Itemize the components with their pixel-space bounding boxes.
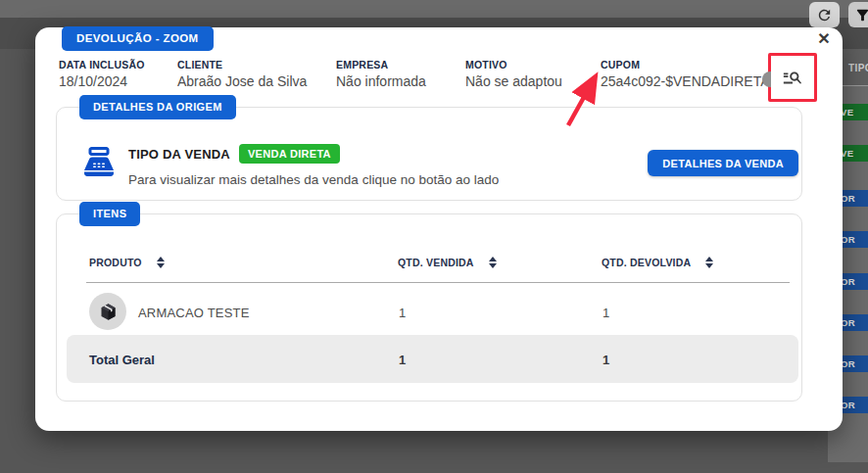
items-card-badge: ITENS <box>79 202 140 226</box>
origin-text-block: TIPO DA VENDA VENDA DIRETA Para visualiz… <box>128 144 499 187</box>
background-top-strip <box>0 0 868 18</box>
column-label: QTD. VENDIDA <box>398 257 474 268</box>
field-empresa: EMPRESA Não informada <box>336 59 426 89</box>
total-label: Total Geral <box>89 353 155 367</box>
product-name: ARMACAO TESTE <box>138 306 250 320</box>
column-label: PRODUTO <box>89 257 142 268</box>
cupom-value: 25a4c092-$VENDADIRETA1180 <box>601 73 799 89</box>
origin-hint-text: Para visualizar mais detalhes da venda c… <box>128 172 499 187</box>
column-label: QTD. DEVOLVIDA <box>602 257 691 268</box>
field-motivo: MOTIVO Não se adaptou <box>465 59 562 89</box>
field-value: 18/10/2024 <box>59 73 145 89</box>
sale-details-button[interactable]: DETALHES DA VENDA <box>648 150 798 176</box>
filter-funnel-icon <box>854 7 868 24</box>
total-row: Total Geral 1 1 <box>67 335 798 383</box>
sale-type-label: TIPO DA VENDA <box>128 147 230 162</box>
tipo-column-header: TIPO <box>848 63 868 73</box>
field-value: Abraão Jose da Silva <box>177 73 307 89</box>
field-label: CUPOM <box>601 59 799 71</box>
manage-search-icon <box>782 67 803 88</box>
sort-icon[interactable] <box>157 257 165 268</box>
total-returned-value: 1 <box>603 353 609 367</box>
field-cupom: CUPOM 25a4c092-$VENDADIRETA1180 <box>601 59 799 89</box>
sort-icon[interactable] <box>705 257 713 268</box>
qty-sold-value: 1 <box>399 306 406 320</box>
field-label: MOTIVO <box>465 59 562 71</box>
items-card: ITENS PRODUTO QTD. VENDIDA QTD. DEVOLVID… <box>56 213 802 402</box>
coupon-search-button[interactable] <box>771 56 814 99</box>
total-sold-value: 1 <box>399 353 406 367</box>
qty-returned-value: 1 <box>603 306 609 320</box>
modal-title-badge: DEVOLUÇÃO - ZOOM <box>62 26 214 51</box>
close-icon[interactable]: ✕ <box>813 28 835 50</box>
product-cube-icon <box>98 302 119 322</box>
field-cliente: CLIENTE Abraão Jose da Silva <box>177 59 307 89</box>
field-label: CLIENTE <box>177 59 307 71</box>
sort-icon[interactable] <box>489 257 497 268</box>
column-header-qtd-vendida[interactable]: QTD. VENDIDA <box>398 257 497 268</box>
field-label: EMPRESA <box>336 59 426 71</box>
filter-button[interactable] <box>848 2 868 27</box>
table-header-divider <box>86 282 790 283</box>
field-value: Não se adaptou <box>465 73 562 89</box>
devolucao-zoom-modal: DEVOLUÇÃO - ZOOM ✕ DATA INCLUSÃO 18/10/2… <box>35 27 843 431</box>
origin-card-badge: DETALHES DA ORIGEM <box>79 95 236 119</box>
cash-register-icon <box>81 144 117 181</box>
column-header-produto[interactable]: PRODUTO <box>89 257 165 268</box>
field-label: DATA INCLUSÃO <box>59 59 145 71</box>
refresh-icon <box>816 7 833 24</box>
field-value: Não informada <box>336 73 426 89</box>
origin-details-card: DETALHES DA ORIGEM TIPO DA VENDA VENDA D… <box>56 107 802 201</box>
column-header-qtd-devolvida[interactable]: QTD. DEVOLVIDA <box>602 257 713 268</box>
avatar <box>89 293 126 330</box>
sale-type-badge: VENDA DIRETA <box>239 144 340 164</box>
refresh-button[interactable] <box>809 2 840 27</box>
field-data-inclusao: DATA INCLUSÃO 18/10/2024 <box>59 59 145 89</box>
